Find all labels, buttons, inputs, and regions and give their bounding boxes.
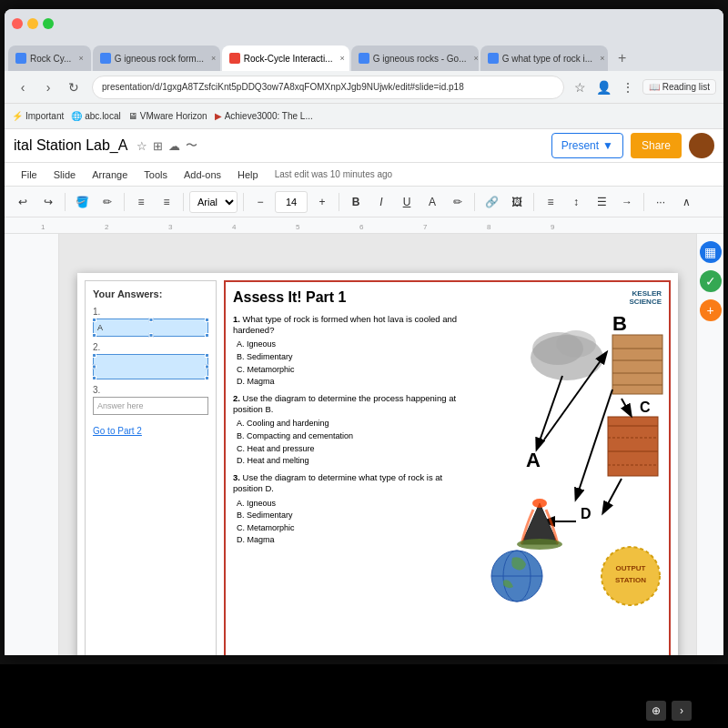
more-button[interactable]: ··· [650, 190, 672, 214]
sidebar-tool-slides[interactable]: ▦ [700, 241, 722, 263]
present-button[interactable]: Present ▼ [551, 133, 623, 158]
sidebar-tool-check[interactable]: ✓ [700, 270, 722, 292]
align-right-button[interactable]: ≡ [156, 190, 177, 214]
address-box[interactable]: presentation/d/1gxgA8TZsfciKnt5pDDQ3ow7A… [92, 76, 564, 99]
tab-rock-cycle[interactable]: Rock Cy... × [8, 46, 91, 71]
user-avatar[interactable] [689, 133, 714, 158]
menu-addons[interactable]: Add-ons [177, 167, 228, 182]
bookmark-vmware-label: VMware Horizon [140, 111, 207, 121]
menu-file[interactable]: File [14, 167, 45, 182]
underline-button[interactable]: U [396, 190, 418, 214]
format-toolbar: ↩ ↪ 🪣 ✏ ≡ ≡ Arial − + B I U A ✏ 🔗 🖼 ≡ ↕ … [5, 187, 723, 217]
bookmark-vmware[interactable]: 🖥 VMware Horizon [128, 111, 207, 121]
tab-favicon-5 [488, 53, 499, 64]
assess-title: Assess It! Part 1 [233, 289, 347, 306]
sidebar-tool-add[interactable]: + [700, 299, 722, 321]
menu-slide[interactable]: Slide [46, 167, 83, 182]
tab-igneous-google[interactable]: G igneous rocks - Go... × [351, 46, 479, 71]
bold-button[interactable]: B [345, 190, 367, 214]
tab-igneous-forms[interactable]: G igneous rock form... × [93, 46, 220, 71]
maximize-button[interactable] [43, 18, 54, 29]
question-1-number: 1. [233, 314, 240, 324]
tab-close-4[interactable]: × [473, 54, 478, 63]
taskbar-arrow[interactable]: › [672, 701, 692, 721]
profile-icon[interactable]: 👤 [595, 78, 613, 96]
assess-panel: Assess It! Part 1 KESLER SCIENCE [224, 280, 671, 656]
divider-3 [183, 193, 184, 211]
tab-close-3[interactable]: × [339, 54, 344, 63]
kesler-logo: KESLER SCIENCE [629, 289, 662, 307]
bookmark-icon[interactable]: ☆ [571, 78, 590, 96]
line-spacing-button[interactable]: ↕ [565, 190, 587, 214]
align-left-button[interactable]: ≡ [130, 190, 152, 214]
minimize-button[interactable] [27, 18, 38, 29]
menu-help[interactable]: Help [230, 167, 266, 182]
menu-arrange[interactable]: Arrange [85, 167, 135, 182]
back-button[interactable]: ‹ [12, 76, 34, 98]
reading-list-button[interactable]: 📖 Reading list [642, 79, 716, 95]
answer-label-2: 2. [93, 342, 208, 352]
text-align-button[interactable]: ≡ [540, 190, 561, 214]
highlight-button[interactable]: ✏ [447, 190, 469, 214]
reading-list-label: Reading list [662, 82, 710, 92]
trend-icon[interactable]: 〜 [186, 137, 197, 154]
question-2: 2. Use the diagram to determine the proc… [233, 393, 469, 467]
tab-close-1[interactable]: × [78, 54, 83, 63]
close-button[interactable] [12, 18, 23, 29]
redo-button[interactable]: ↪ [37, 190, 59, 214]
font-increase-button[interactable]: + [311, 190, 333, 214]
bookmark-achieve-icon: ▶ [215, 111, 222, 121]
menu-tools[interactable]: Tools [136, 167, 175, 182]
windows-activation: Activate Windows Go to Settings to activ… [0, 664, 728, 728]
q1-option-d: D. Magma [237, 376, 469, 388]
font-size-input[interactable] [275, 191, 308, 213]
question-2-number: 2. [233, 393, 240, 403]
right-sidebar: ▦ ✓ + [696, 234, 723, 655]
answer-input-1[interactable]: A [93, 318, 208, 337]
bookmark-important[interactable]: ⚡ Important [12, 111, 64, 121]
star-icon[interactable]: ☆ [136, 139, 147, 153]
indent-button[interactable]: → [616, 190, 638, 214]
paint-bucket-button[interactable]: 🪣 [71, 190, 93, 214]
image-button[interactable]: 🖼 [506, 190, 528, 214]
svg-line-16 [603, 479, 622, 512]
font-decrease-button[interactable]: − [249, 190, 271, 214]
refresh-button[interactable]: ↻ [63, 76, 85, 98]
answer-placeholder-3: Answer here [97, 401, 144, 410]
label-d: D [581, 506, 592, 521]
q1-option-a: A. Igneous [237, 339, 469, 350]
new-tab-button[interactable]: + [610, 46, 635, 71]
tab-rock-cycle-interactive[interactable]: Rock-Cycle Interacti... × [222, 46, 349, 71]
tab-favicon-3 [229, 53, 240, 64]
font-selector[interactable]: Arial [189, 191, 238, 213]
italic-button[interactable]: I [370, 190, 392, 214]
present-label: Present [561, 139, 599, 152]
list-button[interactable]: ☰ [591, 190, 612, 214]
bookmark-abclocal[interactable]: 🌐 abc.local [71, 111, 120, 121]
tab-label-5: G what type of rock i... [502, 54, 592, 64]
grid-icon[interactable]: ⊞ [153, 139, 163, 153]
collapse-button[interactable]: ∧ [675, 190, 697, 214]
tab-close-2[interactable]: × [211, 54, 216, 63]
text-color-button[interactable]: A [421, 190, 443, 214]
taskbar-notification[interactable]: ⊕ [646, 701, 666, 721]
tab-close-5[interactable]: × [600, 54, 604, 63]
settings-icon[interactable]: ⋮ [619, 78, 637, 96]
undo-button[interactable]: ↩ [12, 190, 34, 214]
svg-point-21 [517, 539, 562, 550]
answer-input-3[interactable]: Answer here [93, 397, 208, 415]
svg-point-2 [556, 330, 596, 358]
question-1: 1. What type of rock is formed when hot … [233, 314, 469, 388]
handle-2-ml [92, 364, 96, 369]
cloud-icon[interactable]: ☁ [168, 139, 180, 153]
divider-4 [243, 193, 244, 211]
link-button[interactable]: 🔗 [480, 190, 502, 214]
pen-button[interactable]: ✏ [96, 190, 118, 214]
answer-input-2[interactable] [93, 354, 208, 379]
go-to-part-link[interactable]: Go to Part 2 [93, 426, 208, 436]
forward-button[interactable]: › [37, 76, 59, 98]
question-1-body: What type of rock is formed when hot lav… [233, 314, 457, 335]
bookmark-achieve[interactable]: ▶ Achieve3000: The L... [215, 111, 313, 121]
share-button[interactable]: Share [631, 133, 682, 158]
tab-what-type[interactable]: G what type of rock i... × [480, 46, 608, 71]
